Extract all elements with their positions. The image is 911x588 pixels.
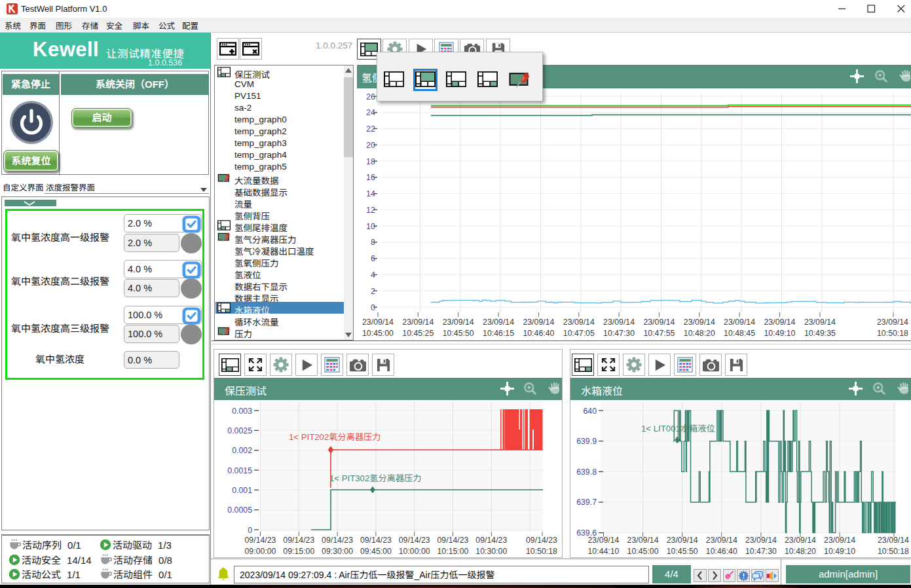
svg-text:10:46:15: 10:46:15	[483, 329, 514, 338]
svg-text:10:44:10: 10:44:10	[588, 547, 620, 556]
svg-text:10:47:55: 10:47:55	[643, 329, 675, 338]
svg-text:23/09/14: 23/09/14	[643, 318, 675, 327]
svg-text:0.001: 0.001	[232, 486, 252, 495]
svg-text:0.0025: 0.0025	[227, 426, 252, 435]
svg-text:09/14/23: 09/14/23	[399, 536, 430, 545]
svg-text:10:50:18: 10:50:18	[526, 547, 557, 556]
svg-text:09/14/23: 09/14/23	[526, 536, 557, 545]
svg-text:10:00:00: 10:00:00	[399, 547, 430, 556]
svg-text:09:15:00: 09:15:00	[283, 547, 314, 556]
svg-text:23/09/14: 23/09/14	[877, 318, 908, 327]
svg-text:10:30:00: 10:30:00	[475, 547, 507, 556]
svg-text:1< PIT202氧分离器压力: 1< PIT202氧分离器压力	[289, 432, 381, 442]
svg-text:23/09/14: 23/09/14	[824, 536, 855, 545]
svg-text:0: 0	[248, 526, 252, 535]
svg-text:23/09/14: 23/09/14	[745, 536, 777, 545]
svg-text:639.9: 639.9	[576, 437, 597, 446]
svg-text:10:46:40: 10:46:40	[706, 547, 737, 556]
svg-text:23/09/14: 23/09/14	[483, 318, 514, 327]
svg-text:10:47:30: 10:47:30	[745, 547, 777, 556]
svg-text:10:48:20: 10:48:20	[785, 547, 816, 556]
svg-text:0.0015: 0.0015	[227, 466, 252, 475]
svg-text:23/09/14: 23/09/14	[588, 536, 620, 545]
svg-text:10:49:35: 10:49:35	[804, 329, 836, 338]
svg-text:10:47:05: 10:47:05	[563, 329, 595, 338]
svg-text:09/14/23: 09/14/23	[322, 536, 353, 545]
svg-text:10:48:45: 10:48:45	[724, 329, 755, 338]
svg-text:10:50:18: 10:50:18	[877, 329, 908, 338]
svg-text:1< LIT001水箱液位: 1< LIT001水箱液位	[641, 424, 715, 433]
svg-text:0.002: 0.002	[232, 446, 252, 455]
svg-text:10:45:00: 10:45:00	[627, 547, 659, 556]
svg-text:23/09/14: 23/09/14	[523, 318, 554, 327]
svg-text:23/09/14: 23/09/14	[362, 318, 394, 327]
svg-text:23/09/14: 23/09/14	[667, 536, 698, 545]
svg-text:23/09/14: 23/09/14	[764, 318, 796, 327]
svg-text:639.7: 639.7	[576, 498, 597, 507]
svg-text:23/09/14: 23/09/14	[627, 536, 659, 545]
svg-text:09/14/23: 09/14/23	[283, 536, 314, 545]
svg-text:23/09/14: 23/09/14	[706, 536, 737, 545]
svg-text:10:50:18: 10:50:18	[878, 547, 909, 556]
svg-text:10:15:00: 10:15:00	[437, 547, 469, 556]
svg-text:10:47:30: 10:47:30	[603, 329, 635, 338]
svg-text:23/09/14: 23/09/14	[443, 318, 474, 327]
svg-text:0.0005: 0.0005	[227, 505, 252, 515]
svg-text:23/09/14: 23/09/14	[563, 318, 595, 327]
svg-text:09/14/23: 09/14/23	[437, 536, 469, 545]
svg-text:09:45:00: 09:45:00	[360, 547, 392, 556]
svg-text:23/09/14: 23/09/14	[684, 318, 715, 327]
svg-text:1< PIT302氢分离器压力: 1< PIT302氢分离器压力	[329, 473, 422, 483]
svg-text:0.003: 0.003	[232, 407, 252, 416]
svg-text:640: 640	[583, 407, 597, 416]
svg-text:23/09/14: 23/09/14	[603, 318, 635, 327]
svg-text:09/14/23: 09/14/23	[360, 536, 392, 545]
svg-text:10:45:50: 10:45:50	[443, 329, 474, 338]
svg-text:10:49:10: 10:49:10	[764, 329, 796, 338]
svg-text:10:48:20: 10:48:20	[684, 329, 715, 338]
svg-text:23/09/14: 23/09/14	[785, 536, 816, 545]
svg-text:09:30:00: 09:30:00	[322, 547, 353, 556]
svg-text:639.8: 639.8	[576, 468, 597, 477]
svg-text:10:46:40: 10:46:40	[523, 329, 554, 338]
svg-text:09/14/23: 09/14/23	[245, 536, 276, 545]
svg-text:09:00:00: 09:00:00	[245, 547, 276, 556]
svg-text:09/14/23: 09/14/23	[475, 536, 507, 545]
svg-text:10:45:50: 10:45:50	[667, 547, 698, 556]
svg-text:23/09/14: 23/09/14	[804, 318, 836, 327]
svg-text:23/09/14: 23/09/14	[878, 536, 909, 545]
svg-text:23/09/14: 23/09/14	[724, 318, 755, 327]
svg-text:10:49:10: 10:49:10	[824, 547, 855, 556]
svg-text:23/09/14: 23/09/14	[402, 318, 434, 327]
svg-text:10:45:00: 10:45:00	[362, 329, 394, 338]
svg-text:10:45:25: 10:45:25	[402, 329, 434, 338]
